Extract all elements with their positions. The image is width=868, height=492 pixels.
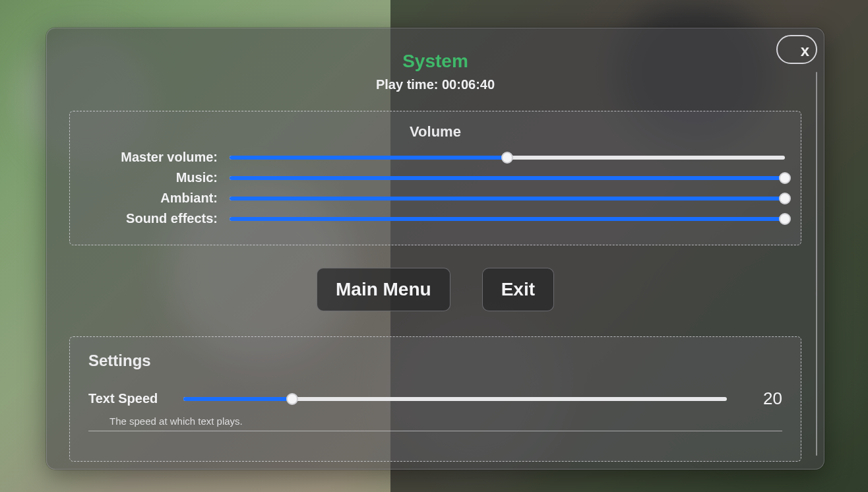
button-row: Main Menu Exit [69,268,801,311]
slider-fill [183,397,292,401]
setting-divider [88,431,782,431]
volume-slider-row: Master volume: [86,150,785,165]
volume-panel: Volume Master volume:Music:Ambiant:Sound… [69,111,801,245]
volume-slider-label: Ambiant: [86,191,218,206]
exit-button[interactable]: Exit [482,268,554,311]
text-speed-slider[interactable] [183,392,727,406]
text-speed-row: Text Speed 20 [88,388,782,409]
slider-thumb[interactable] [779,172,791,184]
main-menu-button[interactable]: Main Menu [317,268,450,311]
close-button[interactable]: x [776,35,817,64]
slider-thumb[interactable] [779,213,791,225]
system-modal: x System Play time: 00:06:40 Volume Mast… [46,28,824,470]
slider-fill [230,176,785,180]
slider-thumb[interactable] [286,393,298,405]
volume-slider-label: Sound effects: [86,211,218,226]
slider-thumb[interactable] [501,152,513,164]
settings-title: Settings [88,352,782,370]
close-icon: x [801,42,809,60]
volume-slider[interactable] [230,192,785,205]
text-speed-label: Text Speed [88,391,168,406]
slider-thumb[interactable] [779,193,791,204]
volume-slider-row: Music: [86,170,785,185]
playtime: Play time: 00:06:40 [69,77,801,92]
playtime-value: 00:06:40 [442,77,495,92]
slider-fill [230,156,507,160]
slider-fill [230,217,785,221]
volume-slider-row: Sound effects: [86,211,785,226]
volume-slider-row: Ambiant: [86,191,785,206]
slider-fill [230,197,785,200]
text-speed-description: The speed at which text plays. [109,415,782,427]
volume-slider[interactable] [230,171,785,185]
text-speed-value: 20 [743,388,782,409]
volume-slider[interactable] [230,212,785,226]
volume-slider-label: Music: [86,170,218,185]
modal-scrollbar[interactable] [816,72,817,456]
modal-title: System [69,51,801,72]
playtime-label: Play time: [376,77,442,92]
volume-slider[interactable] [230,151,785,164]
settings-panel: Settings Text Speed 20 The speed at whic… [69,336,801,462]
volume-slider-label: Master volume: [86,150,218,165]
volume-section-title: Volume [86,123,785,140]
